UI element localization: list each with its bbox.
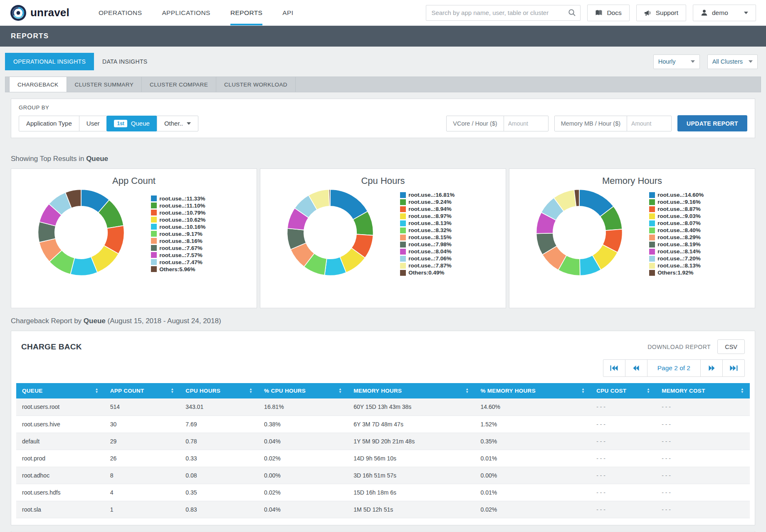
table-cell: root.users.hdfs <box>16 484 104 501</box>
sort-icon[interactable]: ▲▼ <box>741 388 744 393</box>
cluster-select[interactable]: All Clusters <box>707 54 758 69</box>
search-input[interactable] <box>430 9 568 17</box>
group-by-row: Application Type User 1st Queue Other.. … <box>19 115 747 131</box>
chart-memory-hours: Memory Hoursroot.use..:14.60%root.use..:… <box>509 168 755 308</box>
legend-swatch <box>400 256 406 262</box>
sort-icon[interactable]: ▲▼ <box>339 388 342 393</box>
table-cell: - - - <box>656 501 750 518</box>
table-body: root.users.root514343.0116.81%60Y 15D 13… <box>16 398 750 518</box>
legend-item: root.use..:7.67% <box>151 245 257 251</box>
unravel-logo-icon <box>10 5 27 21</box>
column-header-label: QUEUE <box>22 388 43 394</box>
search-icon[interactable] <box>568 9 576 17</box>
sort-icon[interactable]: ▲▼ <box>647 388 650 393</box>
legend-label: root.use..:16.81% <box>408 192 455 198</box>
user-menu-button[interactable]: demo <box>693 5 756 21</box>
tab-chargeback[interactable]: CHARGEBACK <box>9 77 67 92</box>
column-header-label: % MEMORY HOURS <box>480 388 535 394</box>
support-button[interactable]: Support <box>636 5 686 21</box>
column-header[interactable]: QUEUE▲▼ <box>16 383 104 398</box>
tab-data-insights[interactable]: DATA INSIGHTS <box>94 53 156 70</box>
groupby-queue-button[interactable]: 1st Queue <box>106 116 157 131</box>
table-cell: 514 <box>104 398 180 416</box>
csv-button[interactable]: CSV <box>717 339 745 354</box>
chart-legend: root.use..:14.60%root.use..:9.16%root.us… <box>649 191 755 277</box>
table-cell: 30 <box>104 416 180 433</box>
sort-icon[interactable]: ▲▼ <box>95 388 98 393</box>
table-row: root.prod260.330.02%14D 9h 56m 10s0.01%-… <box>16 450 750 467</box>
chart-app-count: App Countroot.use..:11.33%root.use..:11.… <box>11 168 257 308</box>
sort-icon[interactable]: ▲▼ <box>170 388 174 393</box>
tab-cluster-workload[interactable]: CLUSTER WORKLOAD <box>216 77 296 92</box>
donut-segment[interactable] <box>329 189 330 206</box>
report-caption-groupby: Queue <box>84 317 106 325</box>
table-cell: 0.78 <box>180 433 258 450</box>
tab-operational-insights[interactable]: OPERATIONAL INSIGHTS <box>5 53 94 70</box>
table-cell: 1M 5D 12h 51s <box>348 501 474 518</box>
legend-label: root.use..:8.13% <box>408 220 452 226</box>
legend-swatch <box>151 217 157 223</box>
column-header[interactable]: APP COUNT▲▼ <box>104 383 180 398</box>
tab-cluster-compare[interactable]: CLUSTER COMPARE <box>142 77 216 92</box>
table-cell: 15D 16h 18m 6s <box>348 484 474 501</box>
legend-swatch <box>649 199 655 205</box>
table-cell: root.prod <box>16 450 104 467</box>
docs-button[interactable]: Docs <box>587 5 629 21</box>
download-area: DOWNLOAD REPORT CSV <box>647 339 745 354</box>
groupby-other-button[interactable]: Other.. <box>157 116 198 131</box>
legend-label: root.use..:10.79% <box>159 210 205 216</box>
table-cell: 4 <box>104 484 180 501</box>
filters: Hourly All Clusters <box>653 54 758 69</box>
table-row: root.adhoc80.080.00%3D 16h 51m 57s0.00%-… <box>16 467 750 484</box>
sort-icon[interactable]: ▲▼ <box>249 388 252 393</box>
table-cell: root.users.root <box>16 398 104 416</box>
column-header[interactable]: MEMORY HOURS▲▼ <box>348 383 474 398</box>
column-header[interactable]: % MEMORY HOURS▲▼ <box>474 383 591 398</box>
legend-label: root.use..:8.16% <box>159 238 203 244</box>
docs-label: Docs <box>607 9 621 17</box>
nav-applications[interactable]: APPLICATIONS <box>162 0 210 25</box>
groupby-user-button[interactable]: User <box>79 116 107 131</box>
legend-label: root.use..:7.57% <box>159 252 203 258</box>
sort-icon[interactable]: ▲▼ <box>465 388 469 393</box>
time-granularity-select[interactable]: Hourly <box>653 54 700 69</box>
unravel-logo[interactable]: unravel <box>10 0 69 25</box>
legend-label: root.use..:10.16% <box>159 224 205 230</box>
legend-label: root.use..:8.13% <box>657 262 701 269</box>
legend-label: root.use..:7.87% <box>408 262 452 269</box>
update-report-button[interactable]: UPDATE REPORT <box>677 115 747 131</box>
memory-rate-input[interactable] <box>627 116 672 131</box>
next-page-button[interactable] <box>700 359 723 377</box>
table-cell: default <box>16 433 104 450</box>
nav-reports[interactable]: REPORTS <box>230 0 262 25</box>
first-page-button[interactable] <box>603 359 625 377</box>
legend-item: root.use..:8.15% <box>400 234 506 240</box>
legend-item: root.use..:7.98% <box>400 241 506 247</box>
legend-item: root.use..:10.16% <box>151 224 257 230</box>
table-cell: - - - <box>591 433 656 450</box>
prev-page-button[interactable] <box>625 359 647 377</box>
table-cell: 6Y 3M 7D 48m 47s <box>348 416 474 433</box>
tab-cluster-summary[interactable]: CLUSTER SUMMARY <box>67 77 142 92</box>
groupby-application-type-button[interactable]: Application Type <box>19 116 79 131</box>
sort-icon[interactable]: ▲▼ <box>581 388 585 393</box>
column-header[interactable]: MEMORY COST▲▼ <box>656 383 750 398</box>
column-header[interactable]: % CPU HOURS▲▼ <box>258 383 348 398</box>
legend-item: root.use..:8.19% <box>649 241 755 247</box>
vcore-rate-input[interactable] <box>504 116 549 131</box>
legend-label: root.use..:8.07% <box>657 220 701 226</box>
column-header[interactable]: CPU COST▲▼ <box>591 383 656 398</box>
column-header-label: MEMORY HOURS <box>353 388 402 394</box>
table-cell: - - - <box>656 484 750 501</box>
nav-operations[interactable]: OPERATIONS <box>99 0 142 25</box>
legend-swatch <box>151 195 157 201</box>
legend-swatch <box>400 263 406 269</box>
last-page-button[interactable] <box>722 359 745 377</box>
nav-api[interactable]: API <box>282 0 293 25</box>
legend-swatch <box>400 228 406 233</box>
download-report-label: DOWNLOAD REPORT <box>647 344 711 350</box>
legend-label: root.use..:8.94% <box>408 206 452 212</box>
table-cell: - - - <box>591 398 656 416</box>
table-cell: - - - <box>591 501 656 518</box>
column-header[interactable]: CPU HOURS▲▼ <box>180 383 258 398</box>
